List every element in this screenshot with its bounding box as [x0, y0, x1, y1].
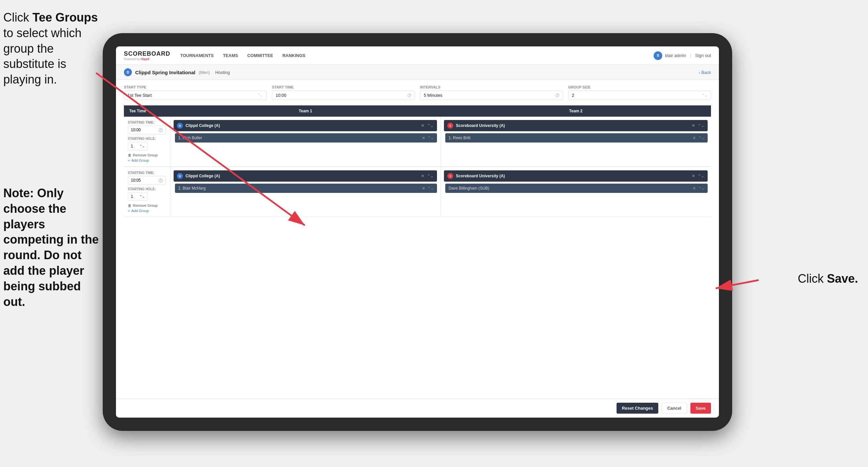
start-type-arrow: ⌃⌄ [258, 93, 263, 97]
player2-card-2: Dave Billingham (SUB) ✕ ⌃⌄ [445, 184, 708, 193]
player2-controls-2: ✕ ⌃⌄ [693, 186, 704, 191]
trash-icon-2: 🗑 [128, 204, 131, 207]
nav-links: TOURNAMENTS TEAMS COMMITTEE RANKINGS [180, 52, 654, 59]
hole-input-1[interactable]: 1 ⌃⌄ [128, 142, 148, 150]
add-group-btn-1[interactable]: + Add Group [128, 158, 166, 163]
player2-name-1: 1. Rees Britt [448, 136, 470, 140]
plus-icon-1: + [128, 158, 130, 163]
group-row-1: STARTING TIME: 10:00 🕐 STARTING HOLE: 1 … [124, 117, 711, 167]
bottom-bar: Reset Changes Cancel Save [116, 399, 719, 418]
tournament-type: (Men) [199, 70, 210, 75]
group-size-label: Group Size [568, 85, 711, 89]
nav-committee[interactable]: COMMITTEE [247, 52, 273, 59]
col-team2: Team 2 [441, 106, 711, 117]
tee-time-input-1[interactable]: 10:00 🕐 [128, 126, 166, 134]
add-group-btn-2[interactable]: + Add Group [128, 209, 166, 213]
player2-name-2: Dave Billingham (SUB) [448, 186, 489, 191]
logo-powered: Powered by clippd [124, 57, 170, 61]
player1-arrow-2[interactable]: ⌃⌄ [428, 186, 434, 191]
tee-time-input-2[interactable]: 10:05 🕐 [128, 176, 166, 185]
back-link[interactable]: ‹ Back [699, 70, 711, 75]
remove-group-btn-2[interactable]: 🗑 Remove Group [128, 204, 166, 207]
team1-controls-1: ✕ ⌃⌄ [421, 123, 434, 128]
user-name: blair admin [665, 53, 686, 58]
start-time-icon: 🕐 [407, 93, 411, 97]
col-tee-time: Tee Time [124, 106, 170, 117]
annotation-right: Click Save. [798, 272, 858, 286]
annotation-note: Note: Only choose the players competing … [3, 185, 103, 310]
nav-rankings[interactable]: RANKINGS [282, 52, 305, 59]
team1-name-2: Clippd College (A) [186, 174, 220, 178]
intervals-label: Intervals [420, 85, 563, 89]
remove-group-btn-1[interactable]: 🗑 Remove Group [128, 153, 166, 157]
tournament-name: Clippd Spring Invitational [135, 69, 195, 75]
team1-x-1[interactable]: ✕ [421, 123, 424, 128]
tee-time-col-1: STARTING TIME: 10:00 🕐 STARTING HOLE: 1 … [124, 117, 170, 167]
team2-x-2[interactable]: ✕ [692, 174, 695, 178]
tee-time-icon-1: 🕐 [158, 128, 163, 132]
team2-card-2[interactable]: S Scoreboard University (A) ✕ ⌃⌄ [444, 170, 708, 182]
start-time-group: Start Time 10:00 🕐 [272, 85, 415, 100]
player1-x-2[interactable]: ✕ [422, 186, 425, 191]
player1-card-2: 2. Blair McHarg ✕ ⌃⌄ [175, 184, 437, 193]
team1-x-2[interactable]: ✕ [421, 174, 424, 178]
tablet-screen: SCOREBOARD Powered by clippd TOURNAMENTS… [116, 47, 719, 418]
start-time-input[interactable]: 10:00 🕐 [272, 90, 415, 100]
team2-dot-2: S [447, 173, 453, 179]
team1-card-1[interactable]: B Clippd College (A) ✕ ⌃⌄ [174, 120, 437, 131]
player2-controls-1: ✕ ⌃⌄ [693, 136, 704, 140]
player2-x-2[interactable]: ✕ [693, 186, 696, 191]
tournament-badge: B [124, 68, 132, 76]
team2-controls-1: ✕ ⌃⌄ [692, 123, 704, 128]
player1-name-1: 1. Rich Butler [178, 136, 202, 140]
team2-name-2: Scoreboard University (A) [456, 174, 505, 178]
team1-cell-2: B Clippd College (A) ✕ ⌃⌄ 2. Blair McHar… [170, 167, 441, 217]
start-type-input[interactable]: 1st Tee Start ⌃⌄ [124, 90, 267, 100]
team1-card-2[interactable]: B Clippd College (A) ✕ ⌃⌄ [174, 170, 437, 182]
player1-name-2: 2. Blair McHarg [178, 186, 206, 191]
start-type-group: Start Type 1st Tee Start ⌃⌄ [124, 85, 267, 100]
team2-x-1[interactable]: ✕ [692, 123, 695, 128]
team2-arrow-1[interactable]: ⌃⌄ [698, 123, 704, 128]
team1-cell-1: B Clippd College (A) ✕ ⌃⌄ 1. Rich Butler [170, 117, 441, 166]
starting-hole-label-2: STARTING HOLE: [128, 187, 166, 191]
team2-card-1[interactable]: S Scoreboard University (A) ✕ ⌃⌄ [444, 120, 708, 131]
tee-table: Tee Time Team 1 Team 2 [124, 106, 711, 117]
team1-arrow-2[interactable]: ⌃⌄ [427, 174, 434, 178]
team1-dot-1: B [177, 123, 183, 128]
starting-time-label-1: STARTING TIME: [128, 121, 166, 124]
team1-controls-2: ✕ ⌃⌄ [421, 174, 434, 178]
group-size-arrow: ⌃⌄ [702, 93, 707, 97]
nav-tournaments[interactable]: TOURNAMENTS [180, 52, 214, 59]
team2-controls-2: ✕ ⌃⌄ [692, 174, 704, 178]
intervals-input[interactable]: 5 Minutes 🕐 [420, 90, 563, 100]
start-type-label: Start Type [124, 85, 267, 89]
nav-user: B blair admin | Sign out [654, 51, 711, 60]
intervals-icon: 🕐 [555, 93, 559, 97]
team2-name-1: Scoreboard University (A) [456, 123, 505, 128]
player2-arrow-1[interactable]: ⌃⌄ [699, 136, 704, 140]
save-button[interactable]: Save [690, 403, 711, 414]
player1-card-1: 1. Rich Butler ✕ ⌃⌄ [175, 133, 437, 143]
group-size-input[interactable]: 2 ⌃⌄ [568, 90, 711, 100]
tee-time-col-2: STARTING TIME: 10:05 🕐 STARTING HOLE: 1 … [124, 167, 170, 217]
tee-time-icon-2: 🕐 [158, 178, 163, 183]
group-row-2: STARTING TIME: 10:05 🕐 STARTING HOLE: 1 … [124, 167, 711, 217]
reset-changes-button[interactable]: Reset Changes [617, 403, 658, 414]
player1-arrow-1[interactable]: ⌃⌄ [428, 136, 434, 140]
player2-x-1[interactable]: ✕ [693, 136, 696, 140]
sub-header: B Clippd Spring Invitational (Men) Hosti… [116, 65, 719, 80]
nav-teams[interactable]: TEAMS [223, 52, 238, 59]
team1-arrow-1[interactable]: ⌃⌄ [427, 123, 434, 128]
player1-x-1[interactable]: ✕ [422, 136, 425, 140]
team2-arrow-2[interactable]: ⌃⌄ [698, 174, 704, 178]
trash-icon-1: 🗑 [128, 153, 131, 157]
cancel-button[interactable]: Cancel [661, 403, 687, 414]
starting-time-label-2: STARTING TIME: [128, 171, 166, 175]
team1-name-1: Clippd College (A) [186, 123, 220, 128]
hole-input-2[interactable]: 1 ⌃⌄ [128, 192, 148, 201]
hole-arrow-2: ⌃⌄ [140, 195, 145, 198]
player2-arrow-2[interactable]: ⌃⌄ [699, 186, 704, 191]
player1-controls-1: ✕ ⌃⌄ [422, 136, 434, 140]
sign-out-link[interactable]: Sign out [695, 53, 711, 58]
